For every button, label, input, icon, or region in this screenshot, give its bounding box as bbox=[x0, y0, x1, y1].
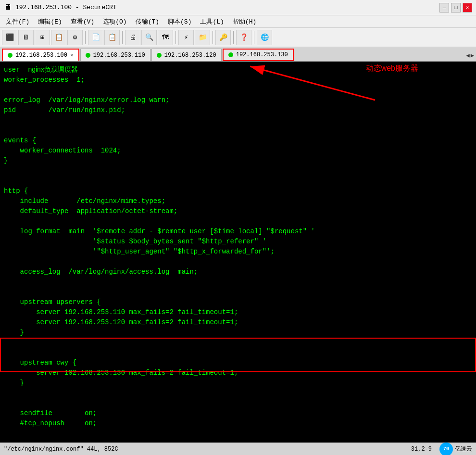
toolbar-sep-4 bbox=[213, 31, 213, 44]
tab-bar: 192.168.253.100 ✕ 192.168.253.110 192.16… bbox=[0, 47, 476, 62]
toolbar-help[interactable]: ❓ bbox=[236, 30, 251, 45]
status-right: 31,2-9 70 亿速云 bbox=[411, 442, 472, 455]
tab-status-dot-3 bbox=[157, 53, 162, 58]
toolbar-connect[interactable]: ⬛ bbox=[2, 30, 17, 45]
terminal-line-1: user nginx负载调度器 bbox=[4, 64, 472, 75]
toolbar-disconnect[interactable]: 🖥 bbox=[18, 30, 34, 45]
tab-scroll-left[interactable]: ◀ bbox=[466, 52, 470, 59]
terminal-line-9: include /etc/nginx/mime.types; bbox=[4, 196, 472, 206]
brand-icon: 70 bbox=[439, 442, 453, 455]
toolbar-find[interactable]: 🔍 bbox=[141, 30, 157, 45]
toolbar-paste[interactable]: 📋 bbox=[104, 30, 120, 45]
tab-status-dot-1 bbox=[8, 53, 13, 58]
toolbar-copy[interactable]: 📄 bbox=[88, 30, 103, 45]
terminal-line-2: worker_processes 1; bbox=[4, 75, 472, 85]
toolbar-sep-5 bbox=[233, 31, 234, 44]
terminal-area[interactable]: user nginx负载调度器 worker_processes 1; erro… bbox=[0, 62, 476, 435]
terminal-line-3: error_log /var/log/nginx/error.log warn; bbox=[4, 95, 472, 105]
minimize-button[interactable]: — bbox=[439, 3, 449, 13]
upstream-cwy-block: upstream cwy { server 192.168.253.130 ma… bbox=[4, 338, 472, 388]
terminal-line-18: } bbox=[4, 328, 472, 338]
brand-label: 亿速云 bbox=[455, 445, 472, 453]
terminal-line-blank-12 bbox=[4, 388, 472, 398]
tab-scroll-controls: ◀ ▶ bbox=[466, 52, 474, 61]
status-filepath: "/etc/nginx/nginx.conf" 44L, 852C bbox=[4, 446, 118, 453]
status-bar: "/etc/nginx/nginx.conf" 44L, 852C 31,2-9… bbox=[0, 442, 476, 455]
terminal-line-4: pid /var/run/nginx.pid; bbox=[4, 105, 472, 115]
title-bar-controls: — □ ✕ bbox=[439, 3, 472, 13]
terminal-line-14: access_log /var/log/nginx/access.log mai… bbox=[4, 267, 472, 277]
toolbar-sep-3 bbox=[175, 31, 176, 44]
menu-view[interactable]: 查看(V) bbox=[67, 16, 98, 27]
window-title: 192.168.253.100 - SecureCRT bbox=[15, 4, 117, 11]
terminal-line-8: http { bbox=[4, 186, 472, 196]
tab-192-168-253-110[interactable]: 192.168.253.110 bbox=[80, 49, 150, 61]
terminal-line-blank-10 bbox=[4, 338, 472, 348]
title-bar: 🖥 192.168.253.100 - SecureCRT — □ ✕ bbox=[0, 0, 476, 15]
toolbar-sep-6 bbox=[254, 31, 254, 44]
terminal-line-blank-6 bbox=[4, 216, 472, 227]
title-bar-left: 🖥 192.168.253.100 - SecureCRT bbox=[4, 3, 117, 12]
terminal-line-blank-9 bbox=[4, 287, 472, 297]
status-position: 31,2-9 bbox=[411, 446, 432, 453]
terminal-line-blank-14 bbox=[4, 429, 472, 435]
toolbar-sep-1 bbox=[85, 31, 86, 44]
toolbar-sep-2 bbox=[122, 31, 123, 44]
terminal-line-17: server 192.168.253.120 max_fails=2 fail_… bbox=[4, 317, 472, 328]
tab-192-168-253-100[interactable]: 192.168.253.100 ✕ bbox=[2, 49, 79, 61]
terminal-line-blank-2 bbox=[4, 115, 472, 126]
terminal-line-16: server 192.168.253.110 max_fails=2 fail_… bbox=[4, 307, 472, 317]
tab-scroll-right[interactable]: ▶ bbox=[471, 52, 474, 59]
menu-script[interactable]: 脚本(S) bbox=[164, 16, 195, 27]
tab-status-dot-2 bbox=[86, 53, 90, 58]
terminal-line-11: log_format main '$remote_addr - $remote_… bbox=[4, 227, 472, 237]
tab-192-168-253-130[interactable]: 192.168.253.130 bbox=[223, 49, 294, 61]
tab-status-dot-4 bbox=[228, 52, 233, 57]
menu-transfer[interactable]: 传输(T) bbox=[132, 16, 163, 27]
terminal-line-5: events { bbox=[4, 136, 472, 146]
toolbar-settings[interactable]: ⚙ bbox=[67, 30, 83, 45]
app-icon: 🖥 bbox=[4, 3, 12, 12]
menu-bar: 文件(F) 编辑(E) 查看(V) 选项(O) 传输(T) 脚本(S) 工具(L… bbox=[0, 15, 476, 28]
toolbar: ⬛ 🖥 ⊞ 📋 ⚙ 📄 📋 🖨 🔍 🗺 ⚡ 📁 🔑 ❓ 🌐 bbox=[0, 28, 476, 47]
menu-help[interactable]: 帮助(H) bbox=[229, 16, 260, 27]
toolbar-new-tab[interactable]: ⊞ bbox=[35, 30, 50, 45]
terminal-line-blank-13 bbox=[4, 398, 472, 408]
status-brand: 70 亿速云 bbox=[439, 442, 472, 455]
terminal-line-21: } bbox=[4, 378, 472, 388]
maximize-button[interactable]: □ bbox=[451, 3, 461, 13]
toolbar-key[interactable]: 🔑 bbox=[215, 30, 231, 45]
toolbar-macro[interactable]: ⚡ bbox=[178, 30, 194, 45]
terminal-line-blank-7 bbox=[4, 257, 472, 267]
terminal-line-20: server 192.168.253.130 max_fails=2 fail_… bbox=[4, 368, 472, 378]
menu-edit[interactable]: 编辑(E) bbox=[34, 16, 65, 27]
tab-label-2: 192.168.253.110 bbox=[93, 52, 145, 59]
terminal-line-15: upstream upservers { bbox=[4, 297, 472, 307]
terminal-line-7: } bbox=[4, 156, 472, 166]
toolbar-clone[interactable]: 📋 bbox=[51, 30, 66, 45]
toolbar-map[interactable]: 🗺 bbox=[158, 30, 173, 45]
terminal-line-blank-3 bbox=[4, 126, 472, 136]
toolbar-extra[interactable]: 🌐 bbox=[257, 30, 272, 45]
tab-label-4: 192.168.253.130 bbox=[236, 51, 288, 58]
terminal-line-12: '$status $body_bytes_sent "$http_referer… bbox=[4, 237, 472, 247]
terminal-line-blank-4 bbox=[4, 166, 472, 176]
terminal-line-blank-5 bbox=[4, 176, 472, 186]
tab-close-1[interactable]: ✕ bbox=[70, 52, 74, 58]
terminal-line-blank-8 bbox=[4, 277, 472, 287]
tab-label-3: 192.168.253.120 bbox=[164, 52, 216, 59]
menu-tools[interactable]: 工具(L) bbox=[196, 16, 227, 27]
toolbar-sftp[interactable]: 📁 bbox=[195, 30, 210, 45]
terminal-line-blank-1 bbox=[4, 85, 472, 95]
toolbar-print[interactable]: 🖨 bbox=[125, 30, 140, 45]
terminal-line-blank-11 bbox=[4, 348, 472, 358]
menu-options[interactable]: 选项(O) bbox=[99, 16, 130, 27]
terminal-line-6: worker_connections 1024; bbox=[4, 146, 472, 156]
terminal-line-10: default_type application/octet-stream; bbox=[4, 206, 472, 216]
menu-file[interactable]: 文件(F) bbox=[2, 16, 33, 27]
close-button[interactable]: ✕ bbox=[463, 3, 472, 13]
terminal-line-19: upstream cwy { bbox=[4, 358, 472, 368]
terminal-line-22: sendfile on; bbox=[4, 408, 472, 418]
terminal-line-13: '"$http_user_agent" "$http_x_forwarded_f… bbox=[4, 247, 472, 257]
tab-192-168-253-120[interactable]: 192.168.253.120 bbox=[151, 49, 222, 61]
